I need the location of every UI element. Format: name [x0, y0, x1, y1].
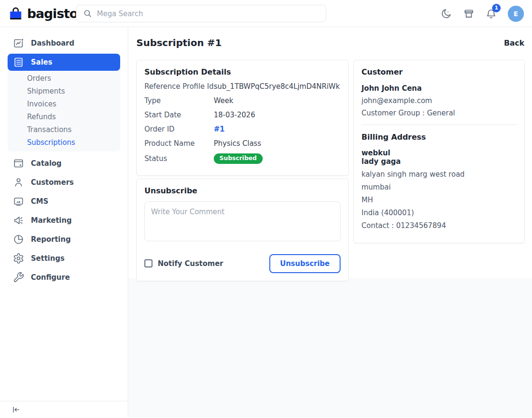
- page-header: Subscription #1 Back: [136, 37, 524, 48]
- brand-name: bagisto: [27, 6, 78, 21]
- brand-logo[interactable]: bagisto: [9, 0, 78, 27]
- sidebar-item-label: CMS: [31, 197, 48, 206]
- detail-row-reference: Reference Profile Id sub_1TBWPqC5rye8c4L…: [144, 82, 341, 91]
- customer-card: Customer John John Cena john@example.com…: [353, 60, 525, 243]
- sidebar-item-catalog[interactable]: Catalog: [8, 155, 120, 172]
- sidebar-item-configure[interactable]: Configure: [8, 269, 120, 286]
- detail-label: Status: [144, 154, 214, 163]
- sidebar-item-label: Configure: [31, 273, 70, 282]
- card-divider: [361, 124, 517, 125]
- billing-company: webkul: [361, 149, 517, 157]
- storefront-button[interactable]: [463, 8, 475, 19]
- notification-count-badge: 1: [492, 4, 501, 12]
- reporting-icon: [13, 234, 24, 245]
- sidebar: Dashboard Sales Orders Shipments Invoice…: [0, 27, 128, 418]
- cms-icon: [13, 196, 24, 207]
- sidebar-collapse-button[interactable]: [0, 401, 128, 418]
- right-column: Customer John John Cena john@example.com…: [353, 60, 525, 243]
- back-button[interactable]: Back: [504, 38, 524, 48]
- dashboard-icon: [13, 38, 24, 49]
- card-title: Unsubscribe: [144, 186, 341, 195]
- store-icon: [463, 8, 475, 19]
- sidebar-item-reporting[interactable]: Reporting: [8, 231, 120, 248]
- detail-value: Week: [214, 96, 233, 105]
- detail-label: Order ID: [144, 125, 214, 133]
- sidebar-item-orders[interactable]: Orders: [8, 72, 120, 85]
- detail-row-type: Type Week: [144, 96, 341, 105]
- catalog-icon: [13, 158, 24, 169]
- detail-row-status: Status Subscribed: [144, 153, 341, 164]
- sidebar-item-label: Marketing: [31, 216, 72, 225]
- detail-label: Reference Profile Id: [144, 82, 214, 91]
- card-title: Subscription Details: [144, 67, 341, 76]
- configure-wrench-icon: [13, 272, 24, 283]
- sidebar-item-dashboard[interactable]: Dashboard: [8, 35, 120, 52]
- billing-contact: Contact : 01234567894: [361, 221, 517, 230]
- unsubscribe-footer: Notify Customer Unsubscribe: [144, 254, 341, 273]
- unsubscribe-card: Unsubscribe Notify Customer Unsubscribe: [136, 179, 349, 281]
- search-icon: [83, 9, 92, 18]
- sidebar-item-shipments[interactable]: Shipments: [8, 85, 120, 98]
- order-id-link[interactable]: #1: [214, 125, 225, 133]
- customer-name: John John Cena: [361, 84, 517, 93]
- sidebar-item-label: Dashboard: [31, 39, 74, 48]
- detail-label: Start Date: [144, 111, 214, 119]
- detail-row-start-date: Start Date 18-03-2026: [144, 111, 341, 119]
- subscription-details-card: Subscription Details Reference Profile I…: [136, 60, 349, 176]
- mega-search[interactable]: [76, 5, 326, 22]
- sidebar-item-marketing[interactable]: Marketing: [8, 212, 120, 229]
- notify-customer-checkbox[interactable]: [144, 259, 152, 267]
- sidebar-item-label: Catalog: [31, 159, 62, 168]
- detail-value: Physics Class: [214, 139, 261, 148]
- sales-icon: [13, 57, 24, 68]
- billing-address-title: Billing Address: [361, 133, 517, 142]
- top-bar: bagisto: [0, 0, 532, 27]
- moon-icon: [441, 8, 452, 19]
- notifications-button[interactable]: 1: [485, 8, 497, 19]
- top-actions: 1 E: [441, 0, 524, 27]
- left-column: Subscription Details Reference Profile I…: [136, 60, 349, 281]
- status-badge: Subscribed: [214, 153, 263, 164]
- sales-submenu: Orders Shipments Invoices Refunds Transa…: [8, 71, 120, 152]
- sidebar-item-cms[interactable]: CMS: [8, 193, 120, 210]
- card-title: Customer: [361, 67, 517, 76]
- detail-value: 18-03-2026: [214, 111, 255, 119]
- unsubscribe-button[interactable]: Unsubscribe: [269, 254, 341, 273]
- sidebar-item-subscriptions[interactable]: Subscriptions: [8, 136, 120, 149]
- content-background: [128, 278, 532, 418]
- billing-street: kalyan singh marg west road: [361, 170, 517, 179]
- notify-customer-toggle[interactable]: Notify Customer: [144, 259, 223, 268]
- search-input[interactable]: [97, 10, 319, 18]
- sidebar-item-refunds[interactable]: Refunds: [8, 111, 120, 124]
- marketing-icon: [13, 215, 24, 226]
- sidebar-item-customers[interactable]: Customers: [8, 174, 120, 191]
- sidebar-item-settings[interactable]: Settings: [8, 250, 120, 267]
- main-content: Subscription #1 Back Subscription Detail…: [128, 27, 532, 418]
- detail-value: sub_1TBWPqC5rye8c4LjmD4NRiWk: [214, 82, 340, 91]
- sidebar-item-label: Customers: [31, 178, 74, 187]
- sidebar-item-label: Sales: [31, 58, 52, 66]
- billing-state: MH: [361, 196, 517, 204]
- detail-row-order-id: Order ID #1: [144, 125, 341, 133]
- detail-label: Type: [144, 96, 214, 105]
- detail-label: Product Name: [144, 139, 214, 148]
- sidebar-item-transactions[interactable]: Transactions: [8, 124, 120, 136]
- customer-group: Customer Group : General: [361, 109, 517, 117]
- detail-row-product-name: Product Name Physics Class: [144, 139, 341, 148]
- notify-customer-label: Notify Customer: [158, 259, 223, 268]
- content-columns: Subscription Details Reference Profile I…: [136, 60, 525, 281]
- avatar[interactable]: E: [508, 6, 524, 22]
- settings-gear-icon: [13, 253, 24, 264]
- billing-city: mumbai: [361, 183, 517, 191]
- sidebar-item-label: Settings: [31, 254, 65, 263]
- sidebar-item-invoices[interactable]: Invoices: [8, 98, 120, 111]
- customer-email: john@example.com: [361, 96, 517, 105]
- dark-mode-toggle[interactable]: [441, 8, 452, 19]
- sidebar-nav: Dashboard Sales Orders Shipments Invoice…: [0, 27, 128, 286]
- collapse-left-icon: [11, 405, 21, 415]
- comment-textarea[interactable]: [144, 201, 341, 241]
- billing-country-zip: India (400001): [361, 209, 517, 217]
- sidebar-item-sales[interactable]: Sales: [8, 54, 120, 71]
- billing-name: lady gaga: [361, 157, 517, 166]
- customers-icon: [13, 177, 24, 188]
